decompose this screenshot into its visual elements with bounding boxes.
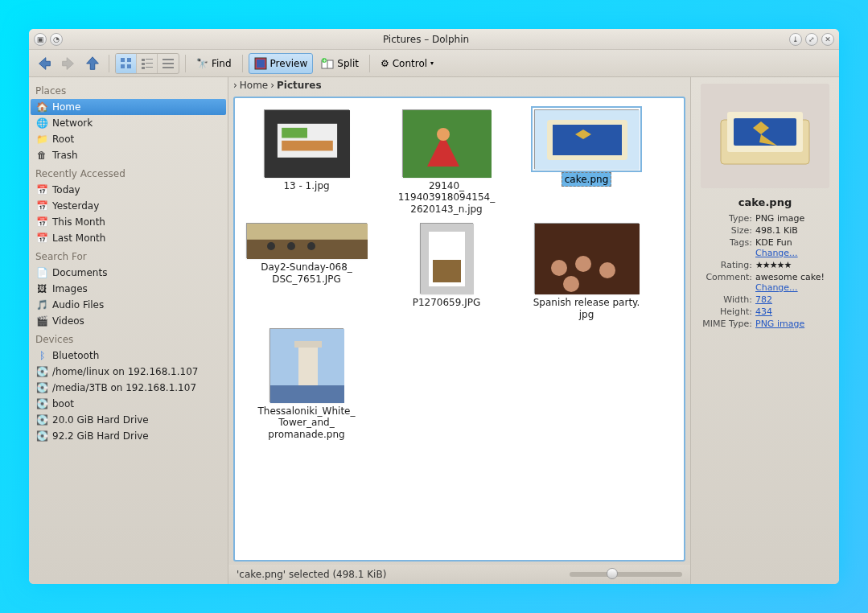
file-label: Thessaloniki_White_ Tower_and_ promanade… xyxy=(246,405,367,440)
calendar-icon: 📅 xyxy=(35,216,48,228)
sidebar-item-nfs1[interactable]: 💽 /home/linux on 192.168.1.107 xyxy=(31,364,226,380)
svg-rect-22 xyxy=(282,141,333,151)
svg-point-32 xyxy=(307,242,315,250)
sidebar-item-label: This Month xyxy=(52,216,105,228)
chevron-right-icon: › xyxy=(270,80,274,91)
comment-change-link[interactable]: Change... xyxy=(755,282,798,293)
sidebar-item-today[interactable]: 📅 Today xyxy=(31,182,226,198)
file-item[interactable]: Thessaloniki_White_ Tower_and_ promanade… xyxy=(246,328,367,440)
sidebar-item-yesterday[interactable]: 📅 Yesterday xyxy=(31,198,226,214)
sidebar-item-bluetooth[interactable]: ᛒ Bluetooth xyxy=(31,348,226,364)
sidebar-item-label: Bluetooth xyxy=(52,350,99,361)
sidebar-item-hd1[interactable]: 💽 20.0 GiB Hard Drive xyxy=(31,412,226,428)
file-item[interactable]: Spanish release party. jpg xyxy=(526,223,647,320)
icons-view-button[interactable] xyxy=(116,54,137,73)
file-item[interactable]: cake.png xyxy=(526,109,647,215)
sidebar-item-label: Trash xyxy=(52,150,78,161)
sidebar-item-label: Root xyxy=(52,134,74,145)
zoom-slider[interactable] xyxy=(570,572,682,577)
sidebar-item-network[interactable]: 🌐 Network xyxy=(31,115,226,131)
sidebar-item-label: Videos xyxy=(52,315,84,327)
folder-red-icon: 📁 xyxy=(35,133,48,146)
sidebar-item-videos[interactable]: 🎬 Videos xyxy=(31,313,226,329)
find-button[interactable]: 🔭 Find xyxy=(191,53,237,74)
pin-icon[interactable]: ◔ xyxy=(50,33,63,46)
forward-button[interactable] xyxy=(58,53,79,74)
sidebar-item-lastmonth[interactable]: 📅 Last Month xyxy=(31,230,226,246)
places-header: Places xyxy=(31,80,226,99)
svg-point-30 xyxy=(267,242,275,250)
file-label: cake.png xyxy=(562,172,612,187)
binoculars-icon: 🔭 xyxy=(196,58,208,69)
sidebar-item-home[interactable]: 🏠 Home xyxy=(31,99,226,115)
tags-change-link[interactable]: Change... xyxy=(755,248,798,258)
svg-rect-6 xyxy=(142,63,145,65)
file-item[interactable]: Day2-Sunday-068_ DSC_7651.JPG xyxy=(246,223,367,320)
file-item[interactable]: 13 - 1.jpg xyxy=(246,109,367,215)
back-button[interactable] xyxy=(34,53,55,74)
svg-point-31 xyxy=(287,242,295,250)
calendar-icon: 📅 xyxy=(35,232,48,245)
thumbnail-icon xyxy=(420,223,473,294)
thumbnail-icon xyxy=(534,109,639,169)
split-button[interactable]: + Split xyxy=(316,53,364,74)
breadcrumb-current[interactable]: Pictures xyxy=(277,80,322,91)
drive-icon: 💽 xyxy=(35,381,48,394)
thumbnail-icon xyxy=(534,223,639,294)
svg-rect-2 xyxy=(121,64,125,68)
up-button[interactable] xyxy=(82,53,103,74)
drive-icon: 💽 xyxy=(35,430,48,442)
svg-rect-9 xyxy=(146,67,153,68)
window-menu-icon[interactable]: ▣ xyxy=(34,33,47,46)
separator xyxy=(185,55,186,72)
svg-text:+: + xyxy=(323,57,327,63)
sidebar-item-documents[interactable]: 📄 Documents xyxy=(31,265,226,281)
sidebar-item-hd2[interactable]: 💽 92.2 GiB Hard Drive xyxy=(31,428,226,444)
close-button[interactable]: ✕ xyxy=(821,33,834,46)
sidebar-item-label: Yesterday xyxy=(52,200,99,212)
preview-toggle[interactable]: Preview xyxy=(249,53,314,74)
split-icon: + xyxy=(321,57,334,70)
sidebar-item-boot[interactable]: 💽 boot xyxy=(31,396,226,412)
info-type-key: Type: xyxy=(697,213,752,224)
info-tags-key: Tags: xyxy=(697,237,752,258)
sidebar-item-images[interactable]: 🖼 Images xyxy=(31,281,226,297)
find-label: Find xyxy=(212,58,232,69)
svg-point-39 xyxy=(599,262,615,278)
file-item[interactable]: P1270659.JPG xyxy=(386,223,507,320)
sidebar-item-thismonth[interactable]: 📅 This Month xyxy=(31,214,226,230)
window-title: Pictures – Dolphin xyxy=(63,34,789,45)
sidebar-item-audio[interactable]: 🎵 Audio Files xyxy=(31,297,226,313)
breadcrumb-home[interactable]: Home xyxy=(240,80,268,91)
svg-rect-0 xyxy=(121,58,125,62)
svg-point-37 xyxy=(551,260,567,276)
sidebar-item-trash[interactable]: 🗑 Trash xyxy=(31,147,226,163)
zoom-handle[interactable] xyxy=(607,568,618,579)
svg-rect-21 xyxy=(282,128,307,138)
details-view-button[interactable] xyxy=(158,54,179,73)
file-view[interactable]: 13 - 1.jpg29140_ 119403918094154_ 262014… xyxy=(233,97,685,562)
info-comment-value: awesome cake! Change... xyxy=(755,272,833,293)
svg-rect-12 xyxy=(162,67,174,68)
drive-icon: 💽 xyxy=(35,397,48,410)
sidebar-item-label: Home xyxy=(52,101,80,113)
info-mime-key: MIME Type: xyxy=(697,319,752,329)
file-item[interactable]: 29140_ 119403918094154_ 2620143_n.jpg xyxy=(386,109,507,215)
compact-view-button[interactable] xyxy=(137,54,158,73)
svg-rect-35 xyxy=(433,260,461,282)
breadcrumb: › Home › Pictures xyxy=(228,77,690,93)
info-size-value: 498.1 KiB xyxy=(755,225,833,236)
file-label: 13 - 1.jpg xyxy=(283,180,329,191)
control-button[interactable]: ⚙ Control ▾ xyxy=(376,53,438,74)
drive-icon: 💽 xyxy=(35,365,48,378)
maximize-button[interactable]: ⤢ xyxy=(805,33,818,46)
sidebar-item-nfs2[interactable]: 💽 /media/3TB on 192.168.1.107 xyxy=(31,380,226,396)
thumbnail-icon xyxy=(402,109,491,177)
video-icon: 🎬 xyxy=(35,315,48,327)
info-width-key: Width: xyxy=(697,294,752,305)
file-label: Spanish release party. jpg xyxy=(526,297,647,320)
info-rating-value[interactable]: ★★★★★ xyxy=(755,260,833,270)
sidebar-item-root[interactable]: 📁 Root xyxy=(31,131,226,147)
audio-icon: 🎵 xyxy=(35,298,48,311)
minimize-button[interactable]: ⤓ xyxy=(789,33,802,46)
